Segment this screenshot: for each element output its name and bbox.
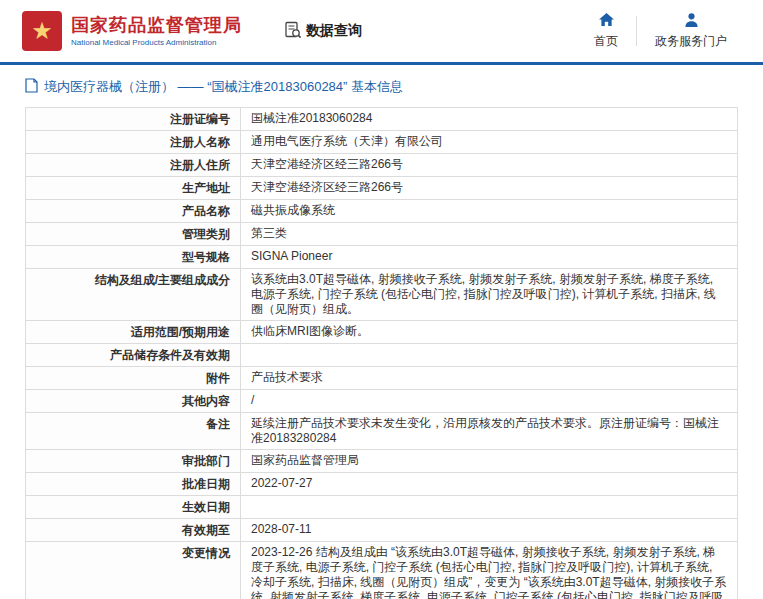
field-value: 国家药品监督管理局 [241, 450, 737, 472]
table-row: 注册人住所 天津空港经济区经三路266号 [26, 154, 737, 177]
document-icon [25, 78, 38, 96]
field-label: 注册人住所 [26, 154, 241, 176]
field-value: 磁共振成像系统 [241, 200, 737, 222]
nav-home[interactable]: 首页 [576, 13, 636, 50]
field-label: 适用范围/预期用途 [26, 321, 241, 343]
field-label: 管理类别 [26, 223, 241, 245]
field-value: 2028-07-11 [241, 519, 737, 541]
org-name-en: National Medical Products Administration [71, 38, 242, 47]
field-value: 国械注准20183060284 [241, 108, 737, 130]
field-label: 有效期至 [26, 519, 241, 541]
field-value [241, 344, 737, 366]
field-value: 2023-12-26 结构及组成由 “该系统由3.0T超导磁体, 射频接收子系统… [241, 542, 737, 599]
home-icon [599, 13, 614, 30]
table-row: 附件 产品技术要求 [26, 367, 737, 390]
table-row: 生产地址 天津空港经济区经三路266号 [26, 177, 737, 200]
org-title-block: 国家药品监督管理局 National Medical Products Admi… [71, 15, 242, 47]
table-row: 变更情况 2023-12-26 结构及组成由 “该系统由3.0T超导磁体, 射频… [26, 542, 737, 599]
field-label: 附件 [26, 367, 241, 389]
data-query-nav[interactable]: 数据查询 [284, 21, 362, 42]
table-row: 适用范围/预期用途 供临床MRI图像诊断。 [26, 321, 737, 344]
nav-portal-label: 政务服务门户 [655, 33, 727, 50]
field-value: 供临床MRI图像诊断。 [241, 321, 737, 343]
table-row: 审批部门 国家药品监督管理局 [26, 450, 737, 473]
table-row: 产品储存条件及有效期 [26, 344, 737, 367]
site-header: ★ 国家药品监督管理局 National Medical Products Ad… [0, 0, 763, 62]
field-value: 天津空港经济区经三路266号 [241, 177, 737, 199]
field-label: 变更情况 [26, 542, 241, 599]
field-value: 通用电气医疗系统（天津）有限公司 [241, 131, 737, 153]
field-value: 延续注册产品技术要求未发生变化，沿用原核发的产品技术要求。原注册证编号：国械注准… [241, 413, 737, 449]
field-label: 结构及组成/主要组成成分 [26, 269, 241, 320]
field-label: 产品名称 [26, 200, 241, 222]
table-row: 结构及组成/主要组成成分 该系统由3.0T超导磁体, 射频接收子系统, 射频发射… [26, 269, 737, 321]
field-value: SIGNA Pioneer [241, 246, 737, 268]
field-value: 第三类 [241, 223, 737, 245]
table-row: 型号规格 SIGNA Pioneer [26, 246, 737, 269]
main-content: 境内医疗器械（注册） —— “国械注准20183060284” 基本信息 注册证… [0, 65, 763, 599]
field-value: / [241, 390, 737, 412]
table-row: 生效日期 [26, 496, 737, 519]
field-value [241, 496, 737, 518]
field-label: 注册人名称 [26, 131, 241, 153]
field-label: 生产地址 [26, 177, 241, 199]
field-value: 天津空港经济区经三路266号 [241, 154, 737, 176]
page-title: 境内医疗器械（注册） —— “国械注准20183060284” 基本信息 [25, 78, 738, 96]
field-label: 注册证编号 [26, 108, 241, 130]
field-label: 审批部门 [26, 450, 241, 472]
table-row: 注册证编号 国械注准20183060284 [26, 108, 737, 131]
user-icon [684, 13, 699, 30]
nav-portal[interactable]: 政务服务门户 [637, 13, 745, 50]
table-row: 注册人名称 通用电气医疗系统（天津）有限公司 [26, 131, 737, 154]
field-value: 该系统由3.0T超导磁体, 射频接收子系统, 射频发射子系统, 射频发射子系统,… [241, 269, 737, 320]
data-query-icon [284, 21, 302, 42]
table-row: 产品名称 磁共振成像系统 [26, 200, 737, 223]
field-label: 型号规格 [26, 246, 241, 268]
field-label: 批准日期 [26, 473, 241, 495]
data-query-label: 数据查询 [306, 22, 362, 40]
table-row: 批准日期 2022-07-27 [26, 473, 737, 496]
table-row: 备注 延续注册产品技术要求未发生变化，沿用原核发的产品技术要求。原注册证编号：国… [26, 413, 737, 450]
field-label: 产品储存条件及有效期 [26, 344, 241, 366]
field-label: 其他内容 [26, 390, 241, 412]
page-title-text: 境内医疗器械（注册） —— “国械注准20183060284” 基本信息 [44, 78, 403, 96]
nav-home-label: 首页 [594, 33, 618, 50]
field-value: 2022-07-27 [241, 473, 737, 495]
field-value: 产品技术要求 [241, 367, 737, 389]
info-table: 注册证编号 国械注准20183060284 注册人名称 通用电气医疗系统（天津）… [25, 107, 738, 599]
table-row: 其他内容 / [26, 390, 737, 413]
nmpa-page: ★ 国家药品监督管理局 National Medical Products Ad… [0, 0, 763, 599]
field-label: 生效日期 [26, 496, 241, 518]
field-label: 备注 [26, 413, 241, 449]
national-emblem-icon: ★ [31, 19, 53, 43]
table-row: 有效期至 2028-07-11 [26, 519, 737, 542]
org-name: 国家药品监督管理局 [71, 15, 242, 36]
table-row: 管理类别 第三类 [26, 223, 737, 246]
nmpa-logo[interactable]: ★ [22, 11, 62, 51]
